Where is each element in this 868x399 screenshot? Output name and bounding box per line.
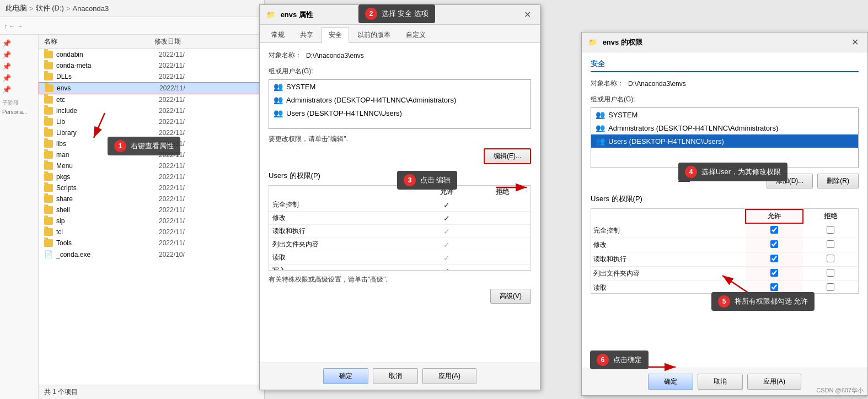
- user-list[interactable]: 👥SYSTEM👥Administrators (DESKTOP-H4TLNNC\…: [269, 79, 531, 129]
- explorer-item[interactable]: tcl2022/11/: [39, 227, 264, 238]
- edit-button[interactable]: 编辑(E)...: [484, 148, 531, 164]
- explorer-item[interactable]: shell2022/11/: [39, 204, 264, 215]
- allow-checkbox[interactable]: [770, 255, 778, 262]
- explorer-item[interactable]: conda-meta2022/11/: [39, 60, 264, 71]
- annotation-4: 4 选择User，为其修改权限: [678, 163, 787, 181]
- explorer-item[interactable]: Scripts2022/11/: [39, 182, 264, 193]
- item-name: pkgs: [56, 173, 156, 181]
- explorer-item[interactable]: pkgs2022/11/: [39, 171, 264, 182]
- right-perm-allow-cell[interactable]: [746, 252, 802, 267]
- props-tab[interactable]: 以前的版本: [350, 27, 398, 42]
- allow-checkbox[interactable]: [770, 240, 778, 248]
- props-tab[interactable]: 安全: [322, 27, 349, 43]
- advanced-button[interactable]: 高级(V): [490, 289, 531, 304]
- perm-row: 列出文件夹内容 ✓: [269, 238, 531, 251]
- perm-deny: [474, 212, 531, 225]
- perm-ok-button[interactable]: 确定: [648, 374, 693, 390]
- item-date: 2022/11/: [159, 173, 259, 181]
- item-date: 2022/11/: [159, 195, 259, 203]
- deny-checkbox[interactable]: [827, 283, 834, 291]
- item-date: 2022/11/: [159, 84, 258, 92]
- perm-user-list[interactable]: 👥SYSTEM👥Administrators (DESKTOP-H4TLNNC\…: [591, 107, 859, 168]
- explorer-item[interactable]: 📄_conda.exe2022/10/: [39, 249, 264, 260]
- deny-checkbox[interactable]: [827, 269, 834, 277]
- edit-note: 要更改权限，请单击"编辑".: [269, 134, 531, 144]
- perm-close-button[interactable]: ✕: [849, 37, 861, 47]
- right-perm-allow-cell[interactable]: [746, 223, 802, 238]
- explorer-item[interactable]: Menu2022/11/: [39, 160, 264, 171]
- explorer-item[interactable]: Lib2022/11/: [39, 116, 264, 127]
- status-bar: 共 1 个项目: [39, 385, 264, 399]
- file-icon: 📄: [44, 250, 53, 258]
- breadcrumb-folder[interactable]: Anaconda3: [72, 4, 109, 13]
- item-date: 2022/11/: [159, 206, 259, 214]
- props-tab[interactable]: 共享: [293, 27, 320, 42]
- explorer-item[interactable]: DLLs2022/11/: [39, 71, 264, 82]
- item-name: Scripts: [56, 184, 156, 192]
- explorer-item[interactable]: share2022/11/: [39, 193, 264, 204]
- right-perm-deny-cell[interactable]: [803, 267, 858, 281]
- folder-icon: [44, 118, 53, 126]
- item-date: 2022/11/: [159, 162, 259, 170]
- deny-checkbox[interactable]: [827, 226, 834, 234]
- explorer-item[interactable]: sip2022/11/: [39, 215, 264, 227]
- props-apply-button[interactable]: 应用(A): [422, 368, 476, 384]
- right-perm-deny-cell[interactable]: [803, 252, 858, 267]
- breadcrumb-pc[interactable]: 此电脑: [6, 3, 27, 13]
- props-tab[interactable]: 自定义: [399, 27, 433, 42]
- deny-checkbox[interactable]: [827, 240, 834, 248]
- properties-close-button[interactable]: ✕: [522, 9, 533, 20]
- allow-checkbox[interactable]: [770, 226, 778, 234]
- user-name: Administrators (DESKTOP-H4TLNNC\Administ…: [608, 124, 778, 132]
- explorer-item[interactable]: envs2022/11/: [39, 82, 264, 94]
- explorer-item[interactable]: condabin2022/11/: [39, 49, 264, 60]
- group-label: 组或用户名(G):: [269, 67, 531, 76]
- left-nav: 📌 📌 📌 📌 📌 子阶段 Persona...: [0, 35, 39, 399]
- props-ok-button[interactable]: 确定: [323, 368, 368, 384]
- right-perm-deny-cell[interactable]: [803, 223, 858, 238]
- item-name: _conda.exe: [56, 251, 156, 258]
- right-perm-allow-cell[interactable]: [746, 267, 802, 281]
- right-perm-deny-cell[interactable]: [803, 238, 858, 252]
- deny-checkbox[interactable]: [827, 255, 834, 262]
- properties-tabs: 常规共享安全以前的版本自定义: [260, 25, 540, 43]
- user-name: SYSTEM: [286, 83, 315, 91]
- file-explorer: 此电脑 > 软件 (D:) > Anaconda3 ↑ ← → 📌 📌 📌 📌 …: [0, 0, 265, 399]
- user-list-item[interactable]: 👥SYSTEM: [269, 80, 531, 93]
- perm-user-item[interactable]: 👥Users (DESKTOP-H4TLNNC\Users): [591, 134, 858, 148]
- right-perm-label: Users 的权限(P): [591, 195, 642, 203]
- allow-checkbox[interactable]: [770, 283, 778, 291]
- properties-dialog: 📁 envs 属性 ✕ 常规共享安全以前的版本自定义 对象名称： D:\Anac…: [259, 4, 540, 390]
- perm-user-item[interactable]: 👥Administrators (DESKTOP-H4TLNNC\Adminis…: [591, 121, 858, 134]
- props-cancel-button[interactable]: 取消: [373, 368, 418, 384]
- watermark: CSDN @607华小: [816, 386, 864, 395]
- perm-user-item[interactable]: 👥SYSTEM: [591, 108, 858, 121]
- props-tab[interactable]: 常规: [264, 27, 292, 42]
- explorer-item[interactable]: Tools2022/11/: [39, 238, 264, 249]
- annotation-3: 3 点击 编辑: [397, 171, 457, 190]
- user-icon: 👥: [596, 110, 605, 119]
- perm-cancel-button[interactable]: 取消: [698, 374, 743, 390]
- item-date: 2022/11/: [159, 51, 259, 58]
- item-name: condabin: [56, 51, 156, 58]
- folder-icon: [44, 107, 53, 115]
- item-name: conda-meta: [56, 62, 156, 69]
- explorer-item[interactable]: etc2022/11/: [39, 94, 264, 105]
- user-list-item[interactable]: 👥Users (DESKTOP-H4TLNNC\Users): [269, 106, 531, 120]
- perm-apply-button[interactable]: 应用(A): [747, 374, 801, 390]
- permissions-dialog: 📁 envs 的权限 ✕ 安全 对象名称： D:\Anaconda3\envs …: [581, 32, 868, 396]
- right-perm-allow-cell[interactable]: [746, 238, 802, 252]
- annotation-2: 2 选择 安全 选项: [358, 4, 435, 23]
- user-name: Users (DESKTOP-H4TLNNC\Users): [286, 109, 402, 117]
- item-name: Library: [56, 129, 156, 137]
- annotation-6: 6 点击确定: [590, 351, 649, 369]
- remove-button[interactable]: 删除(R): [817, 174, 859, 188]
- item-name: tcl: [56, 228, 156, 236]
- explorer-item[interactable]: include2022/11/: [39, 105, 264, 116]
- item-name: sip: [56, 217, 156, 225]
- user-list-item[interactable]: 👥Administrators (DESKTOP-H4TLNNC\Adminis…: [269, 93, 531, 106]
- annotation-5: 5 将所有权限都勾选 允许: [711, 292, 815, 311]
- allow-checkbox[interactable]: [770, 269, 778, 277]
- perm-row: 读取 ✓: [269, 251, 531, 265]
- breadcrumb-drive[interactable]: 软件 (D:): [36, 3, 64, 13]
